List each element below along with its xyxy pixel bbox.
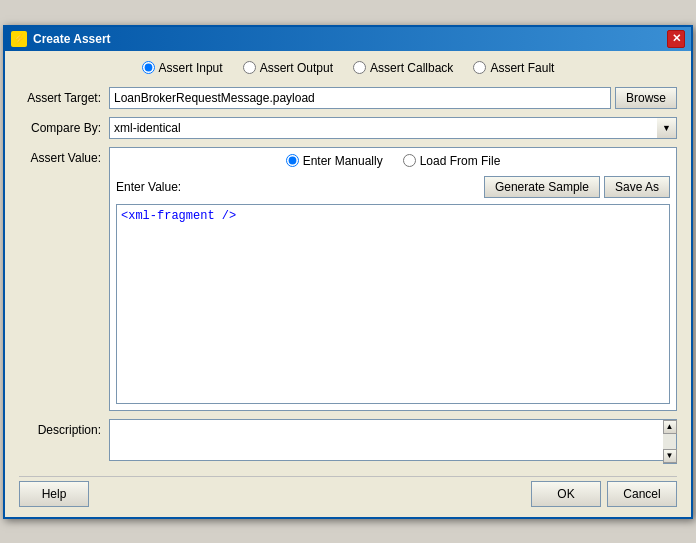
enter-value-row: Enter Value: Generate Sample Save As: [116, 176, 670, 198]
assert-value-section: Assert Value: Enter Manually Load From F…: [19, 147, 677, 411]
help-button[interactable]: Help: [19, 481, 89, 507]
enter-value-buttons: Generate Sample Save As: [484, 176, 670, 198]
assert-value-label: Assert Value:: [19, 147, 109, 411]
enter-manually-radio[interactable]: [286, 154, 299, 167]
assert-value-source-radios: Enter Manually Load From File: [116, 154, 670, 168]
load-from-file-label: Load From File: [420, 154, 501, 168]
assert-target-label: Assert Target:: [19, 91, 109, 105]
description-wrapper: ▲ ▼: [109, 419, 677, 464]
assert-output-label: Assert Output: [260, 61, 333, 75]
compare-by-label: Compare By:: [19, 121, 109, 135]
assert-output-option[interactable]: Assert Output: [243, 61, 333, 75]
assert-callback-option[interactable]: Assert Callback: [353, 61, 453, 75]
load-from-file-radio[interactable]: [403, 154, 416, 167]
title-bar: ⚡ Create Assert ✕: [5, 27, 691, 51]
assert-input-radio[interactable]: [142, 61, 155, 74]
assert-type-radios: Assert Input Assert Output Assert Callba…: [19, 61, 677, 75]
assert-fault-label: Assert Fault: [490, 61, 554, 75]
description-label: Description:: [19, 419, 109, 437]
footer-right-buttons: OK Cancel: [531, 481, 677, 507]
save-as-button[interactable]: Save As: [604, 176, 670, 198]
generate-sample-button[interactable]: Generate Sample: [484, 176, 600, 198]
compare-by-wrapper: xml-identical xml-equivalent contains ex…: [109, 117, 677, 139]
assert-output-radio[interactable]: [243, 61, 256, 74]
compare-by-select[interactable]: xml-identical xml-equivalent contains ex…: [109, 117, 677, 139]
scroll-down-icon[interactable]: ▼: [663, 449, 677, 463]
dialog-icon: ⚡: [11, 31, 27, 47]
title-bar-left: ⚡ Create Assert: [11, 31, 111, 47]
cancel-button[interactable]: Cancel: [607, 481, 677, 507]
description-section: Description: ▲ ▼: [19, 419, 677, 464]
browse-button[interactable]: Browse: [615, 87, 677, 109]
assert-callback-radio[interactable]: [353, 61, 366, 74]
assert-target-input[interactable]: [109, 87, 611, 109]
close-button[interactable]: ✕: [667, 30, 685, 48]
load-from-file-option[interactable]: Load From File: [403, 154, 501, 168]
assert-value-content: Enter Manually Load From File Enter Valu…: [109, 147, 677, 411]
scroll-up-icon[interactable]: ▲: [663, 420, 677, 434]
xml-content: <xml-fragment />: [121, 209, 236, 223]
assert-input-label: Assert Input: [159, 61, 223, 75]
assert-fault-radio[interactable]: [473, 61, 486, 74]
assert-callback-label: Assert Callback: [370, 61, 453, 75]
ok-button[interactable]: OK: [531, 481, 601, 507]
assert-fault-option[interactable]: Assert Fault: [473, 61, 554, 75]
scroll-track: [663, 434, 676, 449]
assert-target-controls: Browse: [109, 87, 677, 109]
enter-manually-label: Enter Manually: [303, 154, 383, 168]
dialog-title: Create Assert: [33, 32, 111, 46]
description-input[interactable]: [109, 419, 677, 461]
dialog-body: Assert Input Assert Output Assert Callba…: [5, 51, 691, 517]
assert-input-option[interactable]: Assert Input: [142, 61, 223, 75]
enter-manually-option[interactable]: Enter Manually: [286, 154, 383, 168]
assert-target-row: Assert Target: Browse: [19, 87, 677, 109]
footer-row: Help OK Cancel: [19, 476, 677, 507]
description-scrollbar: ▲ ▼: [663, 419, 677, 464]
enter-value-label: Enter Value:: [116, 180, 181, 194]
create-assert-dialog: ⚡ Create Assert ✕ Assert Input Assert Ou…: [3, 25, 693, 519]
compare-by-row: Compare By: xml-identical xml-equivalent…: [19, 117, 677, 139]
code-editor[interactable]: <xml-fragment />: [116, 204, 670, 404]
